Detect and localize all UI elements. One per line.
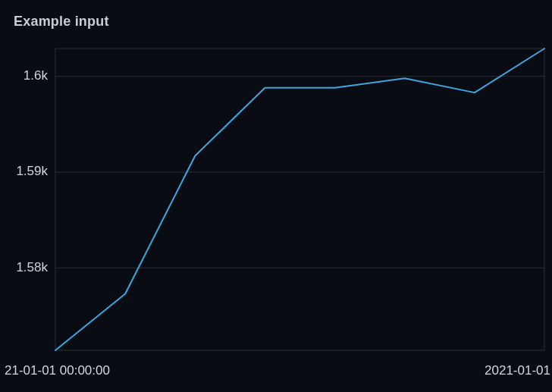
x-axis-ticks: 21-01-01 00:00:002021-01-01 (5, 363, 550, 378)
y-tick-label: 1.59k (16, 164, 48, 178)
chart-area: 1.58k1.59k1.6k21-01-01 00:00:002021-01-0… (0, 33, 552, 392)
chart-svg: 1.58k1.59k1.6k21-01-01 00:00:002021-01-0… (0, 33, 552, 392)
series-line (55, 49, 544, 350)
y-tick-label: 1.58k (16, 260, 48, 274)
x-tick-label: 2021-01-01 (485, 363, 550, 378)
y-axis-ticks: 1.58k1.59k1.6k (16, 68, 48, 274)
y-grid (55, 77, 544, 268)
x-tick-label: 21-01-01 00:00:00 (5, 363, 110, 378)
panel-title: Example input (14, 14, 544, 30)
y-tick-label: 1.6k (24, 68, 49, 83)
plot-border (55, 49, 544, 350)
chart-panel: Example input 1.58k1.59k1.6k21-01-01 00:… (0, 0, 552, 392)
